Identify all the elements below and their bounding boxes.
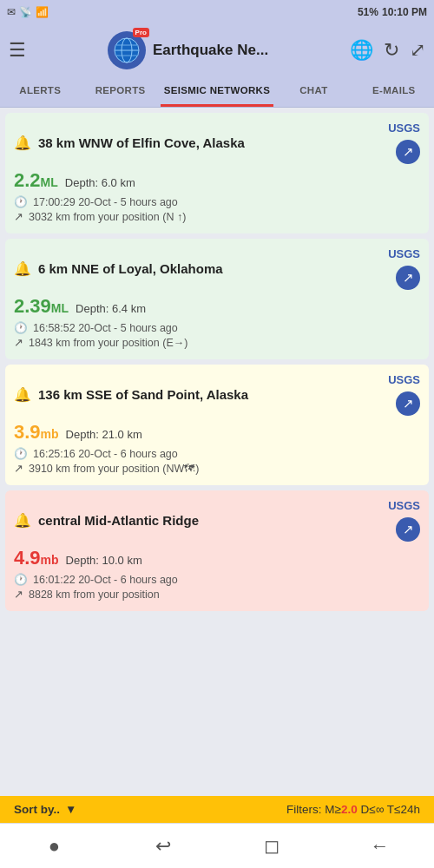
magnitude-row: 2.39 ML Depth: 6.4 km xyxy=(14,295,420,318)
source-share: USGS ↗ xyxy=(388,499,420,542)
earthquake-icon: 🔔 xyxy=(14,512,31,529)
refresh-button[interactable]: ↻ xyxy=(384,39,399,62)
globe-button[interactable]: 🌐 xyxy=(350,39,373,62)
magnitude-unit: ML xyxy=(51,301,69,315)
share-button[interactable]: ↗ xyxy=(396,266,420,290)
nav-back-button[interactable]: ← xyxy=(359,825,401,867)
card-body: 3.9 mb Depth: 21.0 km 🕐 16:25:16 20-Oct … xyxy=(5,421,429,485)
direction-icon: ↗ xyxy=(14,210,23,223)
tab-reports[interactable]: REPORTS xyxy=(80,76,160,107)
card-body: 2.39 ML Depth: 6.4 km 🕐 16:58:52 20-Oct … xyxy=(5,295,429,359)
earthquake-card: 🔔 136 km SSE of Sand Point, Alaska USGS … xyxy=(5,365,429,485)
magnitude-row: 4.9 mb Depth: 10.0 km xyxy=(14,547,420,569)
magnitude-value: 4.9 xyxy=(14,547,41,569)
clock-icon: 🕐 xyxy=(14,321,28,334)
magnitude-unit: mb xyxy=(41,553,59,567)
filter-info: Filters: M≥2.0 D≤∞ T≤24h xyxy=(286,803,420,816)
app-logo: Pro xyxy=(108,31,146,69)
depth-label: Depth: 21.0 km xyxy=(66,428,142,441)
source-badge[interactable]: USGS xyxy=(388,122,420,135)
earthquake-title: 136 km SSE of Sand Point, Alaska xyxy=(38,386,248,404)
expand-button[interactable]: ⤢ xyxy=(410,39,425,62)
card-title-row: 🔔 38 km WNW of Elfin Cove, Alaska xyxy=(14,135,388,152)
time-row: 🕐 16:01:22 20-Oct - 6 hours ago xyxy=(14,573,420,586)
earthquake-card: 🔔 38 km WNW of Elfin Cove, Alaska USGS ↗… xyxy=(5,113,429,233)
card-body: 2.2 ML Depth: 6.0 km 🕐 17:00:29 20-Oct -… xyxy=(5,169,429,233)
card-title-row: 🔔 central Mid-Atlantic Ridge xyxy=(14,512,388,529)
signal-icon: 📡 xyxy=(19,6,32,18)
clock-icon: 🕐 xyxy=(14,447,28,460)
globe-svg-icon xyxy=(113,36,141,64)
tab-chat[interactable]: CHAT xyxy=(273,76,353,107)
depth-label: Depth: 6.0 km xyxy=(65,176,135,189)
card-title-row: 🔔 136 km SSE of Sand Point, Alaska xyxy=(14,386,388,404)
time-text: 16:58:52 20-Oct - 5 hours ago xyxy=(33,322,178,334)
time-row: 🕐 16:25:16 20-Oct - 6 hours ago xyxy=(14,447,420,460)
time-text: 16:25:16 20-Oct - 6 hours ago xyxy=(33,448,178,460)
source-share: USGS ↗ xyxy=(388,122,420,164)
status-icons-left: ✉ 📡 📶 xyxy=(7,6,49,18)
pro-badge: Pro xyxy=(133,28,149,37)
direction-icon: ↗ xyxy=(14,336,23,349)
wifi-icon: 📶 xyxy=(36,6,49,18)
status-bar: ✉ 📡 📶 51% 10:10 PM xyxy=(0,0,434,24)
magnitude-value: 2.39 xyxy=(14,295,51,318)
share-button[interactable]: ↗ xyxy=(396,391,420,416)
magnitude-row: 2.2 ML Depth: 6.0 km xyxy=(14,169,420,192)
tab-seismic[interactable]: SEISMIC NETWORKS xyxy=(161,76,273,107)
card-header: 🔔 38 km WNW of Elfin Cove, Alaska USGS ↗ xyxy=(5,113,429,169)
earthquake-card: 🔔 central Mid-Atlantic Ridge USGS ↗ 4.9 … xyxy=(5,490,429,611)
magnitude-unit: mb xyxy=(41,427,59,441)
tab-alerts[interactable]: ALERTS xyxy=(0,76,80,107)
clock-icon: 🕐 xyxy=(14,573,28,586)
distance-row: ↗ 1843 km from your position (E→) xyxy=(14,336,420,349)
magnitude-value: 3.9 xyxy=(14,421,41,444)
menu-button[interactable]: ☰ xyxy=(9,39,26,62)
magnitude-row: 3.9 mb Depth: 21.0 km xyxy=(14,421,420,444)
header: ☰ Pro Earthquake Ne... 🌐 ↻ ⤢ xyxy=(0,24,434,76)
time-text: 16:01:22 20-Oct - 6 hours ago xyxy=(33,574,178,586)
earthquake-list: 🔔 38 km WNW of Elfin Cove, Alaska USGS ↗… xyxy=(0,108,434,707)
tab-bar: ALERTS REPORTS SEISMIC NETWORKS CHAT E-M… xyxy=(0,76,434,108)
navigation-bar: ● ↩ ◻ ← xyxy=(0,823,434,868)
time-text: 17:00:29 20-Oct - 5 hours ago xyxy=(33,196,178,208)
nav-reply-button[interactable]: ↩ xyxy=(142,825,184,867)
card-body: 4.9 mb Depth: 10.0 km 🕐 16:01:22 20-Oct … xyxy=(5,547,429,611)
earthquake-icon: 🔔 xyxy=(14,386,31,403)
time-row: 🕐 17:00:29 20-Oct - 5 hours ago xyxy=(14,195,420,208)
card-header: 🔔 136 km SSE of Sand Point, Alaska USGS … xyxy=(5,365,429,421)
card-header: 🔔 central Mid-Atlantic Ridge USGS ↗ xyxy=(5,490,429,547)
magnitude-value: 2.2 xyxy=(14,169,41,192)
earthquake-title: 38 km WNW of Elfin Cove, Alaska xyxy=(38,135,245,152)
message-icon: ✉ xyxy=(7,6,16,18)
earthquake-title: 6 km NNE of Loyal, Oklahoma xyxy=(38,260,223,278)
earthquake-icon: 🔔 xyxy=(14,260,31,277)
bottom-bar: Sort by.. ▼ Filters: M≥2.0 D≤∞ T≤24h ● ↩… xyxy=(0,796,434,868)
header-center: Pro Earthquake Ne... xyxy=(108,31,268,69)
nav-dot-button[interactable]: ● xyxy=(34,825,76,867)
distance-text: 3032 km from your position (N ↑) xyxy=(29,211,186,223)
battery-level: 51% xyxy=(358,6,378,18)
share-button[interactable]: ↗ xyxy=(396,140,420,164)
nav-square-button[interactable]: ◻ xyxy=(251,825,293,867)
earthquake-icon: 🔔 xyxy=(14,135,31,151)
source-share: USGS ↗ xyxy=(388,247,420,290)
earthquake-title: central Mid-Atlantic Ridge xyxy=(38,512,199,529)
depth-label: Depth: 6.4 km xyxy=(76,302,146,315)
tab-emails[interactable]: E-MAILS xyxy=(354,76,434,107)
clock-icon: 🕐 xyxy=(14,195,28,208)
card-header: 🔔 6 km NNE of Loyal, Oklahoma USGS ↗ xyxy=(5,239,429,295)
source-badge[interactable]: USGS xyxy=(388,373,420,386)
filter-rest: D≤∞ T≤24h xyxy=(358,803,420,816)
source-badge[interactable]: USGS xyxy=(388,499,420,512)
filter-bar: Sort by.. ▼ Filters: M≥2.0 D≤∞ T≤24h xyxy=(0,796,434,823)
share-button[interactable]: ↗ xyxy=(396,517,420,542)
sort-label: Sort by.. xyxy=(14,803,60,816)
distance-text: 8828 km from your position xyxy=(29,589,160,601)
sort-by-button[interactable]: Sort by.. ▼ xyxy=(14,803,76,816)
source-badge[interactable]: USGS xyxy=(388,247,420,260)
status-right: 51% 10:10 PM xyxy=(358,6,427,18)
filter-prefix: Filters: M≥ xyxy=(286,803,341,816)
app-title: Earthquake Ne... xyxy=(153,42,268,59)
earthquake-card: 🔔 6 km NNE of Loyal, Oklahoma USGS ↗ 2.3… xyxy=(5,239,429,359)
